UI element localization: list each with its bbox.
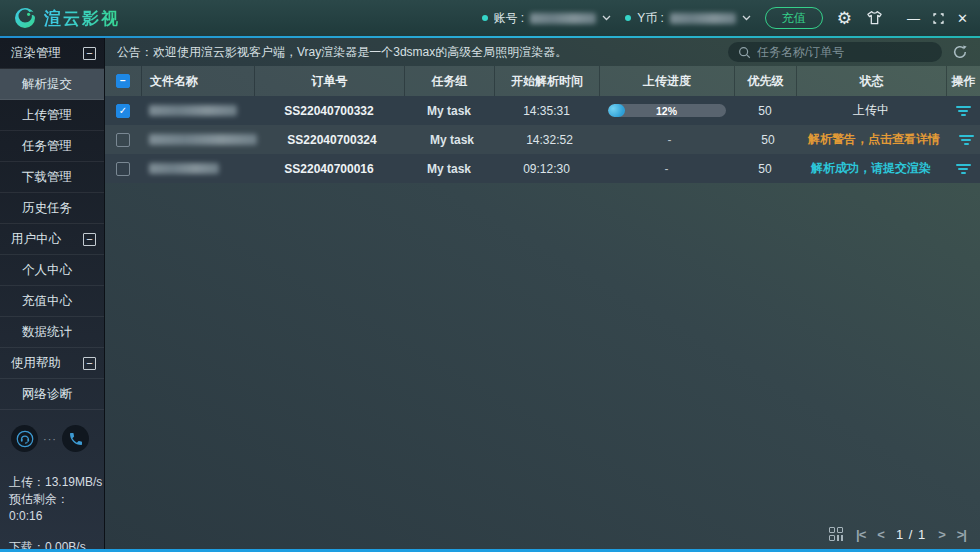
table-header: − 文件名称 订单号 任务组 开始解析时间 上传进度 优先级 状态 操作 [105,66,980,96]
progress-placeholder: - [665,162,669,176]
row-checkbox[interactable] [116,133,130,147]
progress-label: 12% [608,104,726,117]
order-no: SS22040700324 [257,133,407,147]
app-logo-icon [14,7,36,29]
search-box[interactable] [728,42,942,62]
status-text: 上传中 [796,102,946,119]
chevron-down-icon [742,15,751,21]
redacted-filename [149,134,257,145]
sidebar-item-task-manage[interactable]: 任务管理 [0,131,104,162]
sidebar-item-data-stats[interactable]: 数据统计 [0,317,104,348]
upload-progress-bar: 12% [608,104,726,117]
sidebar-item-personal-center[interactable]: 个人中心 [0,255,104,286]
table-row[interactable]: SS22040700324 My task 14:32:52 - 50 解析警告… [105,125,980,154]
page-indicator: 1 / 1 [896,527,926,542]
row-checkbox[interactable]: ✓ [116,104,130,118]
row-checkbox[interactable] [116,162,130,176]
close-button[interactable]: ✕ [957,12,968,25]
main-area: 公告：欢迎使用渲云影视客户端，Vray渲染器是一个3dsmax的高级全局照明渲染… [105,38,980,549]
contact-row: ··· [0,410,104,454]
order-no: SS22040700016 [254,162,404,176]
app-logo: 渲云影视 [14,7,120,30]
notice-bar: 公告：欢迎使用渲云影视客户端，Vray渲染器是一个3dsmax的高级全局照明渲染… [105,38,980,66]
first-page-button[interactable]: |< [856,527,865,542]
search-input[interactable] [757,45,932,59]
window-controls: — ✕ [907,12,968,25]
next-page-button[interactable]: > [938,527,945,542]
collapse-icon[interactable]: − [83,233,96,246]
phone-icon[interactable] [62,425,89,452]
operations-filter-icon[interactable] [956,132,977,148]
support-headset-icon[interactable] [11,425,38,452]
column-operations: 操作 [946,66,980,96]
start-time: 14:32:52 [497,133,602,147]
table-row[interactable]: ✓ SS22040700332 My task 14:35:31 12% 50 … [105,96,980,125]
ycoin-label: Y币 : [637,10,664,27]
gear-icon[interactable]: ⚙ [837,10,852,27]
status-dot [625,15,631,21]
grid-view-icon[interactable] [829,527,844,542]
sidebar-section-render-manage[interactable]: 渲染管理 − [0,38,104,69]
column-file-name: 文件名称 [141,66,254,96]
notice-text: 公告：欢迎使用渲云影视客户端，Vray渲染器是一个3dsmax的高级全局照明渲染… [117,44,718,61]
column-upload-progress: 上传进度 [599,66,734,96]
search-icon [738,46,751,59]
last-page-button[interactable]: >| [957,527,966,542]
progress-placeholder: - [668,133,672,147]
start-time: 14:35:31 [494,104,599,118]
status-dot [482,15,488,21]
ycoin-value-redacted [670,13,736,24]
app-window: 渲云影视 账号 : Y币 : 充值 ⚙ — [0,0,980,552]
prev-page-button[interactable]: < [877,527,884,542]
recharge-button[interactable]: 充值 [765,7,823,29]
start-time: 09:12:30 [494,162,599,176]
sidebar-item-network-diagnosis[interactable]: 网络诊断 [0,379,104,410]
upload-eta-label: 预估剩余： [9,491,104,508]
priority: 50 [734,162,796,176]
order-no: SS22040700332 [254,104,404,118]
collapse-icon[interactable]: − [83,47,96,60]
sidebar-section-user-center[interactable]: 用户中心 − [0,224,104,255]
sidebar-item-parse-submit[interactable]: 解析提交 [0,69,104,100]
sidebar-section-help[interactable]: 使用帮助 − [0,348,104,379]
operations-filter-icon[interactable] [953,103,974,119]
redacted-filename [149,163,219,174]
task-group: My task [404,162,494,176]
sidebar: 渲染管理 − 解析提交 上传管理 任务管理 下载管理 历史任务 用户中心 − 个… [0,38,105,549]
ycoin-selector[interactable]: Y币 : [625,10,751,27]
column-priority: 优先级 [734,66,796,96]
select-all-checkbox[interactable]: − [116,74,130,88]
transfer-stats: 上传：13.19MB/s 预估剩余： 0:0:16 下载：0.00B/s 预估剩… [0,474,104,552]
minimize-button[interactable]: — [907,12,920,25]
sidebar-item-upload-manage[interactable]: 上传管理 [0,100,104,131]
task-group: My task [404,104,494,118]
sidebar-item-download-manage[interactable]: 下载管理 [0,162,104,193]
priority: 50 [734,104,796,118]
maximize-button[interactable] [933,13,944,24]
pagination-bar: |< < 1 / 1 > >| [105,519,980,549]
upload-stats: 上传：13.19MB/s 预估剩余： 0:0:16 [9,474,104,525]
more-contacts-icon[interactable]: ··· [43,433,57,445]
column-order-no: 订单号 [254,66,404,96]
status-text[interactable]: 解析成功，请提交渲染 [796,160,946,177]
table-row[interactable]: SS22040700016 My task 09:12:30 - 50 解析成功… [105,154,980,183]
sidebar-item-recharge-center[interactable]: 充值中心 [0,286,104,317]
column-task-group: 任务组 [404,66,494,96]
account-selector[interactable]: 账号 : [482,10,612,27]
column-status: 状态 [796,66,946,96]
upload-speed: 13.19MB/s [45,475,102,489]
app-title: 渲云影视 [44,7,120,30]
titlebar: 渲云影视 账号 : Y币 : 充值 ⚙ — [0,0,980,36]
status-text[interactable]: 解析警告，点击查看详情 [799,131,949,148]
collapse-icon[interactable]: − [83,357,96,370]
operations-filter-icon[interactable] [953,161,974,177]
account-label: 账号 : [494,10,525,27]
account-value-redacted [530,13,596,24]
refresh-icon[interactable] [952,43,970,61]
theme-shirt-icon[interactable] [866,10,883,26]
task-group: My task [407,133,497,147]
sidebar-item-history-tasks[interactable]: 历史任务 [0,193,104,224]
chevron-down-icon [602,15,611,21]
column-start-time: 开始解析时间 [494,66,599,96]
table-empty-area [105,183,980,519]
